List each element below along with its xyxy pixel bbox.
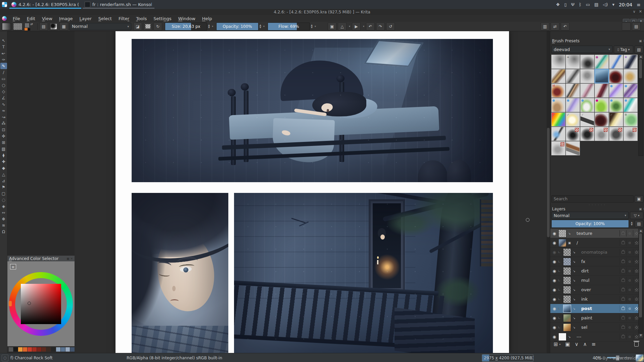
tool-ellipse-select[interactable]: ◌ (0, 197, 7, 203)
flow-slider[interactable]: Flow: 69% (268, 22, 310, 31)
layer-row[interactable]: ◉ ∟ ↘ ink α (550, 295, 640, 304)
visibility-toggle-icon[interactable]: ◉ (552, 231, 557, 236)
flow-options-caret[interactable]: ▾ (314, 25, 317, 28)
usb-icon[interactable]: Ψ (571, 2, 574, 7)
search-input[interactable] (551, 195, 634, 203)
redo-button[interactable]: ↷ (376, 22, 385, 31)
visibility-toggle-icon[interactable]: ◉ (552, 278, 557, 283)
layer-row[interactable]: ◉ ∟ ↘ fx α (550, 257, 640, 266)
brush-lime-green[interactable]: ● (595, 98, 609, 112)
tool-ellipse[interactable]: ○ (0, 82, 7, 88)
tag-button[interactable]: ▯ Tag ▾ (614, 46, 633, 53)
menu-file[interactable]: File (9, 16, 24, 21)
saturation-value-square[interactable] (21, 284, 61, 324)
alpha-lock-icon[interactable]: α (626, 249, 633, 255)
color-swatch[interactable] (28, 347, 32, 352)
brush-presets-button[interactable]: ▦ (59, 22, 68, 31)
color-swatch[interactable] (42, 347, 46, 352)
revert-button[interactable]: ↺ (386, 22, 395, 31)
tool-gradient[interactable]: ▧ (0, 146, 7, 152)
color-swatch[interactable] (46, 347, 51, 352)
tool-transform[interactable]: ⊡ (0, 126, 7, 133)
lock-icon[interactable] (619, 240, 626, 246)
visibility-toggle-icon[interactable]: ◉ (552, 269, 557, 273)
brush-blue-pencil[interactable] (609, 55, 623, 69)
brush-white-green[interactable]: ● (580, 98, 594, 112)
alpha-lock-icon[interactable]: α (626, 277, 633, 283)
document-page[interactable] (116, 31, 509, 353)
canvas-only-mode-button[interactable] (636, 354, 644, 362)
app-launcher-button[interactable] (0, 0, 9, 9)
color-wheel-area[interactable]: ▤ (7, 261, 75, 346)
menu-select[interactable]: Select (95, 16, 115, 21)
opacity-slider[interactable]: Opacity: 100% (216, 22, 259, 31)
visibility-toggle-icon[interactable]: ◉ (552, 259, 557, 264)
pattern-chooser[interactable] (13, 23, 22, 30)
color-selector-titlebar[interactable]: Advanced Color Selector ▣ ✕ (7, 256, 75, 261)
tool-freehand-select[interactable]: ∾ (0, 209, 7, 216)
volume-icon[interactable]: ◁) (603, 2, 608, 7)
layer-list-scrollbar[interactable]: ▲ ▼ (638, 229, 643, 338)
taskbar-task[interactable]: fr : renderfarm.sh — Konsole (82, 0, 155, 9)
eraser-mode-button[interactable]: ◪ (133, 22, 142, 31)
tool-polyline[interactable]: ∠ (0, 95, 7, 101)
show-tool-options-button[interactable]: ▤ (39, 22, 48, 31)
brush-dark-pencil[interactable]: ★ (624, 55, 638, 69)
swap-colors-icon[interactable]: ⇄ (30, 22, 33, 26)
tool-calligraphy[interactable]: ✑ (0, 56, 7, 63)
brush-teal-white[interactable]: ● (624, 98, 638, 112)
alpha-lock-icon[interactable]: α (626, 333, 633, 340)
blending-mode-select[interactable]: Normal ▾ (70, 23, 131, 30)
brush-foliage[interactable]: ● (609, 98, 623, 112)
brush-flower-pen[interactable] (551, 127, 565, 141)
brush-brown-wash[interactable]: ● (551, 98, 565, 112)
brush-purple-wash[interactable]: ● (566, 98, 580, 112)
scroll-up-icon[interactable]: ▲ (639, 229, 643, 233)
brush-speckle[interactable] (609, 127, 623, 141)
layer-row[interactable]: ◉ ∟ ▣ / α (550, 238, 640, 248)
tag-filter-select[interactable]: deevad ▾ (551, 46, 612, 53)
brush-red-m[interactable]: M (551, 84, 565, 98)
tool-multibrush[interactable]: ⁂ (0, 120, 7, 126)
brush-marker-swirl[interactable] (566, 69, 580, 83)
brush-star-glow[interactable]: ✓ (566, 112, 580, 126)
color-swatch[interactable] (9, 347, 13, 352)
tool-bezier-curve[interactable]: ∿ (0, 101, 7, 107)
lock-icon[interactable] (619, 249, 626, 255)
menu-help[interactable]: Help (199, 16, 216, 21)
brush-purple-water[interactable]: ● (609, 84, 623, 98)
color-swatch[interactable] (70, 347, 75, 352)
menu-view[interactable]: View (39, 16, 56, 21)
layer-row[interactable]: ◉ ∟ ↘ sel α (550, 323, 640, 332)
visibility-toggle-icon[interactable]: ◉ (552, 250, 557, 255)
add-layer-caret[interactable]: ▾ (559, 343, 561, 346)
scrollbar-thumb[interactable] (639, 59, 642, 78)
zoom-slider[interactable] (607, 357, 632, 358)
color-swatch[interactable] (32, 347, 37, 352)
brush-rainbow[interactable]: ✓ (551, 112, 565, 126)
layer-filter-button[interactable]: ▽ ▾ (630, 212, 643, 219)
save-button[interactable]: ▣ (328, 22, 336, 31)
layer-row[interactable]: ◉ ∟ ↘ dirt α (550, 266, 640, 276)
brush-charcoal-rock-soft[interactable] (595, 69, 609, 83)
float-icon[interactable]: ▣ (639, 207, 642, 211)
alpha-lock-icon[interactable]: α (626, 230, 633, 237)
brush-cloud-camera[interactable]: ✓ (580, 112, 594, 126)
caret-down-icon[interactable]: ▾ (612, 2, 614, 7)
alpha-lock-icon[interactable]: α (626, 305, 633, 312)
undo-button[interactable]: ↶ (366, 22, 375, 31)
snapshot-button[interactable]: ⇄ (551, 22, 559, 31)
layer-row[interactable]: ◉ ∟ ↘ paint α (550, 313, 640, 323)
tool-reference-images[interactable]: ⚑ (0, 184, 7, 190)
visibility-toggle-icon[interactable]: ◉ (552, 334, 557, 339)
tool-crop[interactable]: ⊞ (0, 139, 7, 146)
tool-dynamic-brush[interactable]: ↝ (0, 114, 7, 120)
alpha-lock-icon[interactable]: α (626, 315, 633, 321)
close-icon[interactable]: ✕ (639, 9, 642, 14)
tool-wand-select[interactable]: ✻ (0, 216, 7, 222)
lock-icon[interactable] (619, 315, 626, 321)
lock-icon[interactable] (619, 268, 626, 274)
workspace-chooser-button[interactable]: ▥ (541, 22, 549, 31)
float-icon[interactable]: ▣ (66, 257, 70, 260)
save-search-button[interactable]: ▣ (635, 195, 643, 203)
